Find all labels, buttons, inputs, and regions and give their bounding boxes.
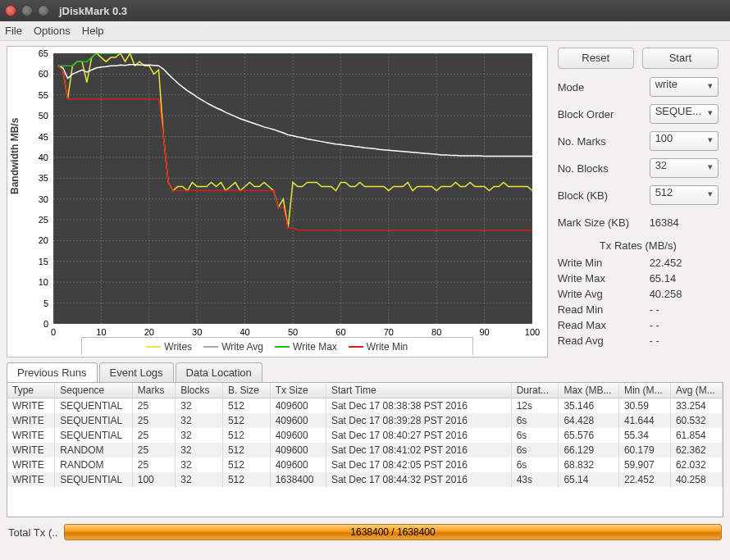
nomarks-select[interactable]: 100 bbox=[650, 131, 719, 151]
table-cell: 25 bbox=[132, 428, 175, 443]
svg-text:5: 5 bbox=[43, 298, 48, 308]
table-cell: 25 bbox=[132, 413, 175, 428]
table-header[interactable]: Type bbox=[7, 383, 55, 398]
mode-select[interactable]: write bbox=[650, 77, 719, 97]
table-cell: 409600 bbox=[270, 443, 326, 458]
table-row[interactable]: WRITESEQUENTIAL100325121638400Sat Dec 17… bbox=[7, 472, 723, 487]
writemax-value: 65.14 bbox=[650, 272, 677, 285]
table-cell: WRITE bbox=[7, 458, 55, 472]
writemin-label: Write Min bbox=[558, 257, 650, 269]
svg-text:40: 40 bbox=[240, 327, 249, 337]
table-header[interactable]: Start Time bbox=[326, 383, 511, 398]
table-cell: WRITE bbox=[7, 428, 55, 443]
table-header[interactable]: Min (M... bbox=[618, 383, 670, 398]
table-header[interactable]: Avg (M... bbox=[670, 383, 722, 398]
mode-label: Mode bbox=[558, 81, 650, 93]
table-cell: WRITE bbox=[7, 472, 55, 487]
table-cell: 32 bbox=[176, 472, 223, 487]
table-cell: 512 bbox=[222, 472, 270, 487]
table-cell: RANDOM bbox=[55, 458, 132, 472]
menu-help[interactable]: Help bbox=[82, 25, 104, 37]
table-cell: SEQUENTIAL bbox=[55, 472, 132, 487]
table-cell: 25 bbox=[132, 398, 175, 414]
svg-text:25: 25 bbox=[39, 215, 48, 225]
table-cell: 60.532 bbox=[670, 413, 722, 428]
table-cell: SEQUENTIAL bbox=[55, 413, 132, 428]
close-icon[interactable] bbox=[5, 5, 16, 16]
titlebar: jDiskMark 0.3 bbox=[0, 0, 730, 21]
reset-button[interactable]: Reset bbox=[558, 48, 634, 69]
menubar: File Options Help bbox=[0, 21, 730, 41]
table-cell: WRITE bbox=[7, 398, 55, 414]
table-cell: 6s bbox=[511, 428, 559, 443]
table-cell: 512 bbox=[222, 458, 270, 472]
table-cell: 22.452 bbox=[618, 472, 670, 487]
progress-bar: 1638400 / 1638400 bbox=[64, 524, 722, 540]
writeavg-label: Write Avg bbox=[558, 288, 650, 300]
table-row[interactable]: WRITESEQUENTIAL2532512409600Sat Dec 17 0… bbox=[7, 398, 723, 414]
writemax-label: Write Max bbox=[558, 272, 650, 285]
svg-text:30: 30 bbox=[39, 194, 48, 204]
blockkb-select[interactable]: 512 bbox=[650, 185, 719, 205]
chart-legend: Writes Write Avg Write Max Write Min bbox=[81, 337, 473, 355]
footer: Total Tx (... 1638400 / 1638400 bbox=[0, 517, 730, 547]
svg-text:10: 10 bbox=[96, 327, 106, 337]
blockorder-select[interactable]: SEQUE... bbox=[650, 104, 719, 124]
window-title: jDiskMark 0.3 bbox=[59, 5, 127, 17]
table-header[interactable]: Max (MB... bbox=[559, 383, 619, 398]
minimize-icon[interactable] bbox=[21, 5, 33, 16]
tab-previous-runs[interactable]: Previous Runs bbox=[7, 362, 98, 382]
table-cell: 512 bbox=[222, 428, 270, 443]
chart-plot-area bbox=[53, 53, 532, 324]
table-header[interactable]: Durat... bbox=[511, 383, 559, 398]
svg-text:40: 40 bbox=[39, 153, 48, 162]
table-header[interactable]: B. Size bbox=[222, 383, 270, 398]
table-cell: Sat Dec 17 08:41:02 PST 2016 bbox=[326, 443, 511, 458]
tab-data-location[interactable]: Data Location bbox=[176, 362, 262, 382]
tab-event-logs[interactable]: Event Logs bbox=[99, 362, 174, 382]
svg-text:20: 20 bbox=[144, 327, 154, 337]
readavg-label: Read Avg bbox=[558, 335, 650, 347]
svg-text:80: 80 bbox=[431, 327, 441, 337]
table-cell: WRITE bbox=[7, 443, 55, 458]
table-header[interactable]: Sequence bbox=[55, 383, 132, 398]
total-tx-label: Total Tx (... bbox=[8, 526, 57, 539]
svg-text:60: 60 bbox=[335, 327, 345, 337]
table-cell: 59.907 bbox=[618, 458, 670, 472]
readavg-value: - - bbox=[650, 335, 659, 347]
maximize-icon[interactable] bbox=[38, 5, 49, 16]
svg-text:55: 55 bbox=[39, 90, 48, 100]
svg-text:30: 30 bbox=[192, 327, 202, 337]
table-header[interactable]: Blocks bbox=[176, 383, 223, 398]
legend-writemin: Write Min bbox=[349, 341, 408, 353]
writeavg-value: 40.258 bbox=[650, 288, 682, 300]
table-row[interactable]: WRITESEQUENTIAL2532512409600Sat Dec 17 0… bbox=[7, 428, 723, 443]
legend-writeavg: Write Avg bbox=[203, 341, 263, 353]
table-cell: WRITE bbox=[7, 413, 55, 428]
table-cell: 512 bbox=[222, 443, 270, 458]
table-cell: 32 bbox=[176, 413, 223, 428]
table-cell: SEQUENTIAL bbox=[55, 398, 132, 414]
marksize-value: 16384 bbox=[650, 216, 679, 229]
menu-options[interactable]: Options bbox=[34, 25, 71, 37]
progress-text: 1638400 / 1638400 bbox=[350, 526, 435, 538]
table-row[interactable]: WRITERANDOM2532512409600Sat Dec 17 08:41… bbox=[7, 443, 723, 458]
table-header[interactable]: Tx Size bbox=[270, 383, 326, 398]
table-cell: 66.129 bbox=[559, 443, 619, 458]
table-header[interactable]: Marks bbox=[132, 383, 175, 398]
start-button[interactable]: Start bbox=[642, 48, 719, 69]
table-row[interactable]: WRITERANDOM2532512409600Sat Dec 17 08:42… bbox=[7, 458, 723, 472]
svg-text:90: 90 bbox=[479, 327, 489, 337]
svg-text:50: 50 bbox=[288, 327, 298, 337]
side-panel: Reset Start Modewrite Block OrderSEQUE..… bbox=[548, 46, 723, 357]
noblocks-select[interactable]: 32 bbox=[650, 158, 719, 178]
txrates-header: Tx Rates (MB/s) bbox=[558, 239, 719, 252]
chart-ylabel: Bandwidth MB/s bbox=[9, 118, 21, 194]
table-cell: 55.34 bbox=[618, 428, 670, 443]
table-row[interactable]: WRITESEQUENTIAL2532512409600Sat Dec 17 0… bbox=[7, 413, 723, 428]
menu-file[interactable]: File bbox=[5, 25, 22, 37]
writemin-value: 22.452 bbox=[650, 257, 682, 269]
table-cell: 65.576 bbox=[559, 428, 619, 443]
table-cell: Sat Dec 17 08:42:05 PST 2016 bbox=[326, 458, 511, 472]
table-cell: Sat Dec 17 08:44:32 PST 2016 bbox=[326, 472, 511, 487]
